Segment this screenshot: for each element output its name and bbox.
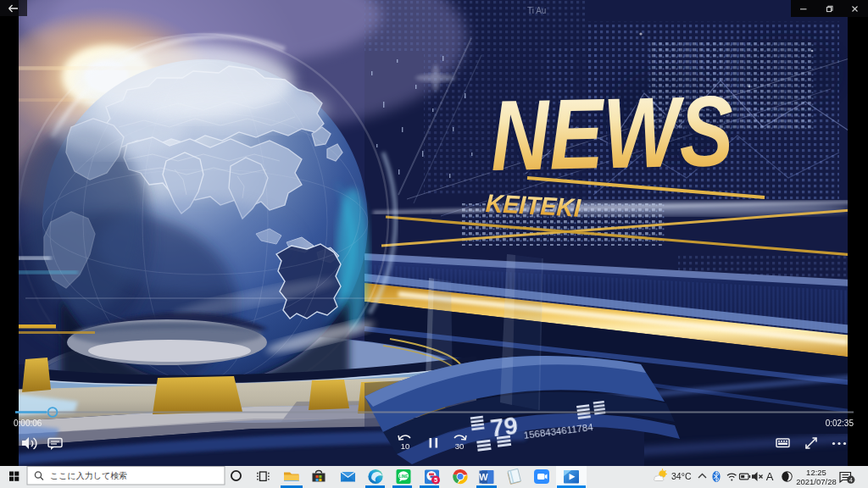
svg-text:LINE: LINE bbox=[399, 474, 408, 479]
svg-text:4: 4 bbox=[849, 477, 853, 483]
svg-text:12:25: 12:25 bbox=[806, 468, 826, 477]
svg-text:A: A bbox=[766, 470, 774, 483]
svg-text:W: W bbox=[479, 472, 488, 482]
svg-text:34°C: 34°C bbox=[671, 471, 692, 481]
svg-text:KEITEKI: KEITEKI bbox=[485, 189, 581, 222]
svg-text:ここに入力して検索: ここに入力して検索 bbox=[50, 471, 127, 480]
svg-text:30: 30 bbox=[455, 441, 465, 451]
svg-text:NEWS: NEWS bbox=[490, 75, 735, 191]
svg-text:2021/07/28: 2021/07/28 bbox=[796, 477, 837, 486]
svg-text:0:00:06: 0:00:06 bbox=[14, 419, 42, 428]
svg-text:10: 10 bbox=[401, 441, 410, 451]
svg-text:0:02:35: 0:02:35 bbox=[826, 419, 854, 428]
svg-text:5: 5 bbox=[434, 476, 437, 484]
